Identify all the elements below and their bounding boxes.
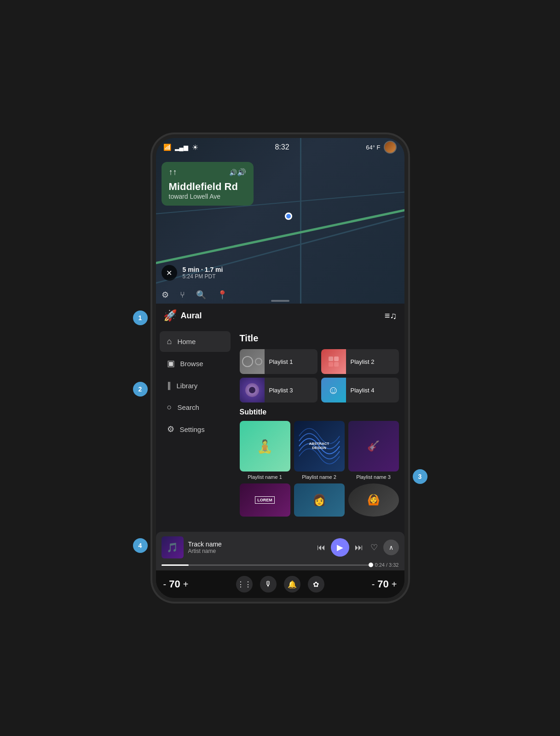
progress-bar[interactable] <box>162 564 371 566</box>
playlist-grid-2col: Playlist 1 Playlist <box>240 349 399 402</box>
next-button[interactable]: ⏭ <box>353 541 365 554</box>
time-display: 8:32 <box>275 143 289 151</box>
progress-container: 0:24 / 3:32 <box>162 562 399 568</box>
main-content: ⌂ Home ▣ Browse ∥ Library ○ Search <box>156 328 404 532</box>
playlist-1-thumb <box>240 349 265 374</box>
playlist-item-2[interactable]: Playlist 2 <box>321 349 399 374</box>
map-search-icon[interactable]: 🔍 <box>196 290 206 300</box>
drag-handle[interactable] <box>271 300 289 302</box>
content-area: Title Playlist 1 <box>234 328 404 532</box>
playlist-item-name2[interactable]: ABSTRACTDESIGN Playlist name 2 <box>294 421 345 480</box>
track-art-icon: 🎵 <box>167 542 178 553</box>
playlist-item-name1[interactable]: 🧘 Playlist name 1 <box>240 421 290 480</box>
street-name: Middlefield Rd <box>169 181 246 193</box>
playlist-item-name5[interactable]: 👩 <box>294 483 345 520</box>
playlist-1-name: Playlist 1 <box>269 358 293 365</box>
temperature-display: 64° F <box>366 144 380 151</box>
like-button[interactable]: ♡ <box>369 540 380 554</box>
map-info-bar: ✕ 5 min · 1.7 mi 5:24 PM PDT <box>162 265 223 281</box>
lorem-text: LOREM <box>255 496 275 504</box>
section-title: Title <box>240 333 399 344</box>
playlist-name6-thumb: 🙆 <box>348 483 399 517</box>
sidebar-item-home[interactable]: ⌂ Home <box>160 331 231 352</box>
settings-icon: ⚙ <box>167 424 174 434</box>
playlist-grid-3col-row2: LOREM 👩 🙆 <box>240 483 399 520</box>
map-time-info: 5 min · 1.7 mi 5:24 PM PDT <box>183 266 223 280</box>
artist-name: Artist name <box>188 548 311 554</box>
sidebar-library-label: Library <box>177 382 198 390</box>
playlist-name1-thumb: 🧘 <box>240 421 290 472</box>
volume-left-control: - 70 + <box>163 578 189 590</box>
track-thumbnail: 🎵 <box>162 536 184 558</box>
app-header: 🚀 Aural ≡♫ <box>156 304 404 328</box>
playlist-name5-thumb: 👩 <box>294 483 345 517</box>
nav-card: ↑ 🔊 Middlefield Rd toward Lowell Ave <box>162 162 254 206</box>
vol-left-minus-button[interactable]: - <box>163 579 167 590</box>
playlist-3-thumb <box>240 378 265 402</box>
annotation-1: 1 <box>133 310 148 325</box>
status-left: 📶 ▂▄▆ ☀ <box>163 143 198 152</box>
sidebar-settings-label: Settings <box>180 426 205 433</box>
now-playing-top: 🎵 Track name Artist name ⏮ ▶ ⏭ ♡ ∧ <box>162 536 399 558</box>
vol-left-plus-button[interactable]: + <box>183 579 189 590</box>
playlist-item-name3[interactable]: 🎸 Playlist name 3 <box>348 421 399 480</box>
annotation-4: 4 <box>133 538 148 553</box>
volume-right-control: - 70 + <box>372 578 397 590</box>
close-nav-button[interactable]: ✕ <box>162 265 177 281</box>
time-display: 0:24 / 3:32 <box>375 562 398 568</box>
annotation-2: 2 <box>133 382 148 397</box>
phone-container: 📶 ▂▄▆ ☀ 8:32 64° F ↑ 🔊 Middlefield <box>156 138 404 598</box>
playlist-item-name6[interactable]: 🙆 <box>348 483 399 520</box>
system-bar: - 70 + ⋮⋮ 🎙 🔔 ✿ - 70 + <box>156 570 404 598</box>
map-settings-icon[interactable]: ⚙ <box>162 290 169 300</box>
playlist-4-name: Playlist 4 <box>351 387 375 394</box>
brightness-icon: ☀ <box>192 143 198 152</box>
system-icons: ⋮⋮ 🎙 🔔 ✿ <box>236 576 324 592</box>
playlist-2-name: Playlist 2 <box>351 358 375 365</box>
signal-icon: ▂▄▆ <box>175 144 188 151</box>
playlist-item-3[interactable]: Playlist 3 <box>240 378 318 402</box>
sidebar-item-browse[interactable]: ▣ Browse <box>160 353 231 374</box>
playlist-name2-label: Playlist name 2 <box>294 474 345 480</box>
nav-duration: 5 min · 1.7 mi <box>183 266 223 273</box>
pink-figure-icon: 👩 <box>312 494 326 506</box>
home-icon: ⌂ <box>167 337 172 346</box>
vol-right-plus-button[interactable]: + <box>392 579 397 590</box>
now-playing-bar: 🎵 Track name Artist name ⏮ ▶ ⏭ ♡ ∧ <box>156 532 404 570</box>
volume-icon[interactable]: 🔊 <box>229 168 246 177</box>
notification-button[interactable]: 🔔 <box>284 576 300 592</box>
playlist-item-name4[interactable]: LOREM <box>240 483 290 520</box>
progress-dot <box>369 563 373 567</box>
playlist-item-1[interactable]: Playlist 1 <box>240 349 318 374</box>
prev-button[interactable]: ⏮ <box>315 541 327 554</box>
mic-button[interactable]: 🎙 <box>260 576 277 592</box>
vol-right-minus-button[interactable]: - <box>372 579 375 590</box>
map-pin-icon[interactable]: 📍 <box>217 290 227 300</box>
expand-button[interactable]: ∧ <box>383 540 399 555</box>
toward-label: toward Lowell Ave <box>169 193 246 200</box>
map-route-icon[interactable]: ⑂ <box>180 290 185 300</box>
browse-icon: ▣ <box>167 358 175 368</box>
queue-button[interactable]: ≡♫ <box>385 310 397 321</box>
vol-left-value: 70 <box>169 578 180 590</box>
abstract-design-text: ABSTRACTDESIGN <box>309 442 329 450</box>
sidebar-item-search[interactable]: ○ Search <box>160 397 231 418</box>
play-button[interactable]: ▶ <box>331 538 349 557</box>
sidebar: ⌂ Home ▣ Browse ∥ Library ○ Search <box>156 328 234 532</box>
playlist-name4-thumb: LOREM <box>240 483 290 517</box>
apps-button[interactable]: ⋮⋮ <box>236 576 253 592</box>
bluetooth-icon: 📶 <box>163 144 171 151</box>
map-section: 📶 ▂▄▆ ☀ 8:32 64° F ↑ 🔊 Middlefield <box>156 138 404 304</box>
nav-arrival: 5:24 PM PDT <box>183 273 223 280</box>
smiley-icon: ☺ <box>328 384 339 397</box>
map-bottom-icons: ⚙ ⑂ 🔍 📍 <box>162 290 227 300</box>
user-avatar[interactable] <box>384 141 397 154</box>
direction-up-icon: ↑ <box>169 167 177 177</box>
annotation-3: 3 <box>413 469 427 484</box>
sidebar-item-library[interactable]: ∥ Library <box>160 375 231 396</box>
playlist-item-4[interactable]: ☺ Playlist 4 <box>321 378 399 402</box>
sidebar-item-settings[interactable]: ⚙ Settings <box>160 419 231 440</box>
fan-button[interactable]: ✿ <box>308 576 324 592</box>
vol-right-value: 70 <box>377 578 388 590</box>
search-icon: ○ <box>167 402 172 412</box>
